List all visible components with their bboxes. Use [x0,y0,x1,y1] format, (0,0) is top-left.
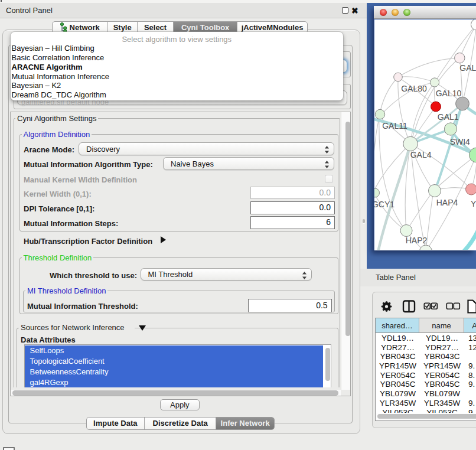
svg-text:GCY1: GCY1 [374,200,395,209]
svg-text:YM: YM [471,199,476,208]
svg-text:GAL1: GAL1 [438,112,459,122]
svg-text:HAP4: HAP4 [436,198,458,207]
svg-text:GAL2: GAL2 [459,63,476,73]
svg-text:GAL4: GAL4 [410,150,432,159]
svg-text:GAL11: GAL11 [382,120,407,130]
svg-text:HAP2: HAP2 [406,236,428,245]
svg-text:SWI4: SWI4 [450,136,470,146]
svg-text:GAL80: GAL80 [401,83,427,93]
svg-text:GAL10: GAL10 [436,88,462,97]
